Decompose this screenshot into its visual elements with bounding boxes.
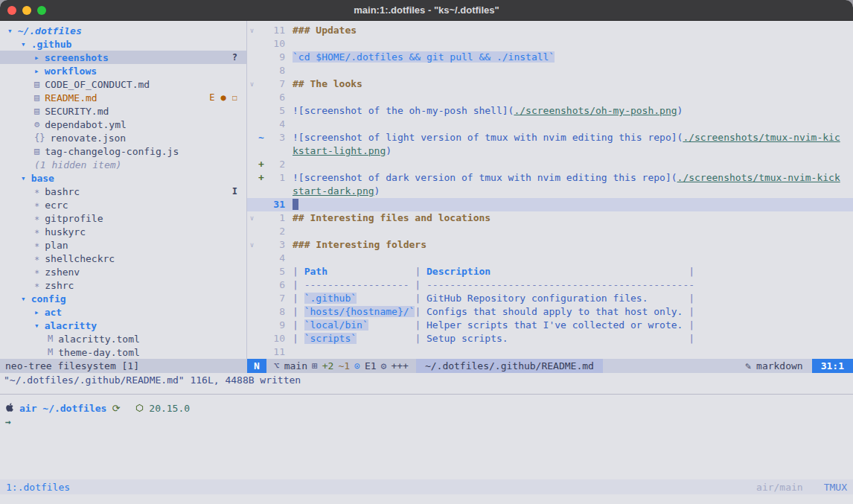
tree-item-base[interactable]: ▾base xyxy=(0,171,246,185)
shell-input-line[interactable]: → xyxy=(5,416,853,430)
editor-line[interactable]: ∨1## Interesting files and locations xyxy=(247,211,853,225)
sign-column xyxy=(257,265,266,278)
text-segment-txt: ) xyxy=(374,185,380,197)
editor-line[interactable]: start-dark.png) xyxy=(247,185,853,198)
tree-item-label: gitprofile xyxy=(45,213,103,224)
line-number: 10 xyxy=(266,332,285,345)
tree-item-shellcheckrc[interactable]: ∗shellcheckrc xyxy=(0,252,246,265)
text-segment-h: ### Updates xyxy=(293,25,357,36)
tree-item-alacritty[interactable]: ▾alacritty xyxy=(0,319,246,332)
editor-line[interactable]: 6 xyxy=(247,91,853,104)
fold-column xyxy=(247,265,257,278)
tree-item-zshenv[interactable]: ∗zshenv xyxy=(0,265,246,278)
fold-chevron-icon[interactable]: ∨ xyxy=(247,238,257,252)
tree-item-tag-changelog-config-js[interactable]: ▤tag-changelog-config.js xyxy=(0,144,246,158)
editor-line[interactable]: 2 xyxy=(247,225,853,238)
js-file-icon: ▤ xyxy=(34,146,39,156)
editor-line[interactable]: 9| `local/bin` | Helper scripts that I'v… xyxy=(247,319,853,332)
text-segment-pipe: | xyxy=(415,306,426,317)
fold-column xyxy=(247,51,257,64)
line-number: 7 xyxy=(266,77,285,91)
terminal-window: main:1:.dotfiles - "ks~/.dotfiles" ▾~/.d… xyxy=(0,0,853,504)
tree-item-huskyrc[interactable]: ∗huskyrc xyxy=(0,225,246,238)
tree-item-readme-md[interactable]: ▤README.mdE●☐ xyxy=(0,91,246,104)
editor-line[interactable]: +1![screenshot of dark version of tmux w… xyxy=(247,171,853,185)
closed-folder-icon: ▸ xyxy=(34,53,39,63)
tree-item-badge: ? xyxy=(232,52,237,63)
editor-line[interactable]: 10| `scripts` | Setup scripts. | xyxy=(247,332,853,345)
editor-line[interactable]: 9`cd $HOME/.dotfiles && git pull && ./in… xyxy=(247,51,853,64)
line-text: | `.github` | GitHub Repository configur… xyxy=(293,292,694,305)
tree-item-act[interactable]: ▸act xyxy=(0,305,246,319)
tree-item-zshrc[interactable]: ∗zshrc xyxy=(0,278,246,292)
tree-item-workflows[interactable]: ▸workflows xyxy=(0,64,246,77)
line-number: 1 xyxy=(266,211,285,225)
tree-item-github[interactable]: ▾.github xyxy=(0,37,246,51)
tree-item-security-md[interactable]: ▤SECURITY.md xyxy=(0,104,246,118)
text-segment-txt: Setup scripts. xyxy=(426,333,683,344)
shell-prompt: air ~/.dotfiles ⟳ 20.15.0 xyxy=(5,401,853,415)
tree-item-ecrc[interactable]: ∗ecrc xyxy=(0,198,246,211)
minimize-button[interactable] xyxy=(22,6,31,15)
fold-chevron-icon[interactable]: ∨ xyxy=(247,24,257,37)
statusline-spacer xyxy=(603,359,736,373)
editor-line[interactable]: +2 xyxy=(247,158,853,171)
tree-item-plan[interactable]: ∗plan xyxy=(0,238,246,252)
editor-line[interactable]: 4 xyxy=(247,118,853,131)
tree-item-config[interactable]: ▾config xyxy=(0,292,246,305)
tree-item-label: renovate.json xyxy=(50,133,126,144)
fold-chevron-icon[interactable]: ∨ xyxy=(247,77,257,91)
sign-column xyxy=(257,319,266,332)
fold-column xyxy=(247,131,257,144)
editor-line[interactable]: 5![screenshot of the oh-my-posh shell](.… xyxy=(247,104,853,118)
closed-folder-icon: ▸ xyxy=(34,66,39,76)
diff-icon: ⊞ xyxy=(312,359,318,373)
tmux-window-label[interactable]: 1:.dotfiles xyxy=(6,482,70,493)
text-segment-txt: ![screenshot of light version of tmux wi… xyxy=(293,132,683,143)
editor-line[interactable]: 8 xyxy=(247,64,853,77)
sign-column xyxy=(257,144,266,158)
tree-item-badge: E xyxy=(209,92,214,103)
titlebar[interactable]: main:1:.dotfiles - "ks~/.dotfiles" xyxy=(0,0,853,21)
close-button[interactable] xyxy=(7,6,16,15)
shell-pane[interactable]: air ~/.dotfiles ⟳ 20.15.0 → xyxy=(0,394,853,479)
editor-line[interactable]: 4 xyxy=(247,252,853,265)
editor-line[interactable]: 6| ------------------ | ----------------… xyxy=(247,278,853,292)
zoom-button[interactable] xyxy=(37,6,46,15)
fold-column xyxy=(247,305,257,319)
line-text: | `local/bin` | Helper scripts that I've… xyxy=(293,319,694,332)
markdown-file-icon: ▤ xyxy=(34,92,39,103)
tmux-statusbar-right: air/main TMUX xyxy=(756,482,847,493)
traffic-lights xyxy=(7,6,46,15)
tree-item-alacritty-toml[interactable]: Malacritty.toml xyxy=(0,332,246,345)
editor-line[interactable]: ~3![screenshot of light version of tmux … xyxy=(247,131,853,144)
editor-line[interactable]: 11 xyxy=(247,345,853,359)
tree-item-label: tag-changelog-config.js xyxy=(45,146,179,157)
tree-item-1-hidden-item[interactable]: (1 hidden item) xyxy=(0,158,246,171)
toml-file-icon: M xyxy=(48,334,53,344)
editor-line[interactable]: ∨3### Interesting folders xyxy=(247,238,853,252)
editor-line[interactable]: 7| `.github` | GitHub Repository configu… xyxy=(247,292,853,305)
editor-line[interactable]: 10 xyxy=(247,37,853,51)
tree-item-screenshots[interactable]: ▸screenshots? xyxy=(0,51,246,64)
tree-item-code-of-conduct-md[interactable]: ▤CODE_OF_CONDUCT.md xyxy=(0,77,246,91)
tree-item-renovate-json[interactable]: {}renovate.json xyxy=(0,131,246,144)
text-segment-pipe: | xyxy=(415,333,426,344)
fold-chevron-icon[interactable]: ∨ xyxy=(247,211,257,225)
tree-item-gitprofile[interactable]: ∗gitprofile xyxy=(0,211,246,225)
fold-column xyxy=(247,144,257,158)
tree-item-dotfiles[interactable]: ▾~/.dotfiles xyxy=(0,24,246,37)
neotree-panel[interactable]: ▾~/.dotfiles▾.github▸screenshots?▸workfl… xyxy=(0,21,247,359)
editor-line[interactable]: kstart-light.png) xyxy=(247,144,853,158)
editor-line[interactable]: ∨11### Updates xyxy=(247,24,853,37)
tree-item-dependabot-yml[interactable]: ⚙dependabot.yml xyxy=(0,118,246,131)
editor-line[interactable]: 5| Path | Description | xyxy=(247,265,853,278)
editor-line[interactable]: 8| `hosts/{hostname}/`| Configs that sho… xyxy=(247,305,853,319)
tree-item-theme-day-toml[interactable]: Mtheme-day.toml xyxy=(0,345,246,359)
editor-panel[interactable]: ∨11### Updates109`cd $HOME/.dotfiles && … xyxy=(247,21,853,359)
sign-column xyxy=(257,64,266,77)
editor-line[interactable]: ∨7## The looks xyxy=(247,77,853,91)
editor-cursor-line[interactable]: 31 xyxy=(247,198,853,211)
tree-item-bashrc[interactable]: ∗bashrcI xyxy=(0,185,246,198)
expanded-folder-icon: ▾ xyxy=(21,294,26,304)
